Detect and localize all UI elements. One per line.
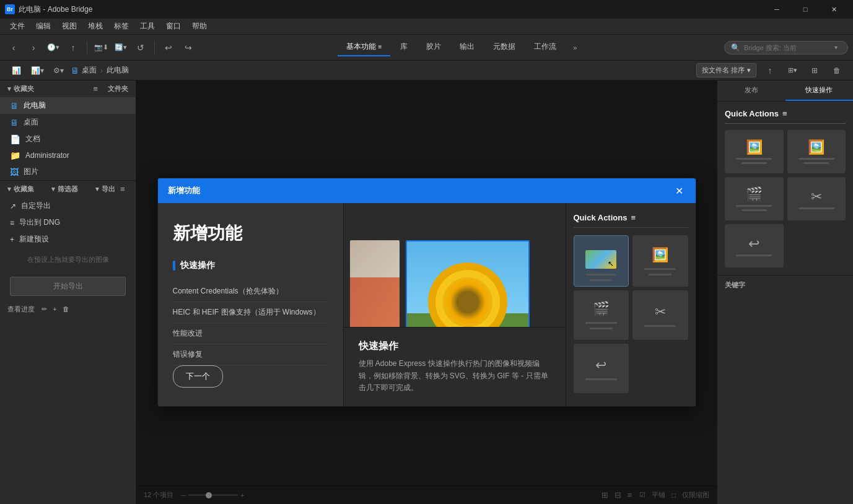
quick-actions-menu-icon[interactable]: ≡ <box>782 109 787 118</box>
refine-button[interactable]: 🔄▾ <box>112 39 129 56</box>
dialog-close-button[interactable]: ✕ <box>673 185 686 197</box>
rotate-ccw-button[interactable]: ↺ <box>132 39 149 56</box>
dialog-qa-item-2[interactable]: 🖼️ <box>632 235 688 287</box>
qa-item-2[interactable]: 🖼️ <box>787 130 846 173</box>
nav-back-button[interactable]: ‹ <box>5 39 22 56</box>
sidebar-administrator-label: Administrator <box>25 151 69 160</box>
tab-metadata[interactable]: 元数据 <box>484 38 524 56</box>
progress-icon2[interactable]: + <box>53 305 56 313</box>
filter-button[interactable]: ⚙▾ <box>50 62 67 79</box>
feature-content-credentials[interactable]: Content Credentials（抢先体验） <box>173 281 328 302</box>
more-tabs-button[interactable]: » <box>566 39 584 56</box>
sidebar-export-dng[interactable]: ≡ 导出到 DNG <box>0 214 136 231</box>
qa-icon-4: ✂ <box>811 189 822 205</box>
collections-label: 收藏集 <box>14 185 34 194</box>
sort-filter-button[interactable]: 📊▾ <box>28 62 46 79</box>
start-export-label: 开始导出 <box>53 282 83 290</box>
sidebar-desktop-label: 桌面 <box>24 117 38 128</box>
feature-performance[interactable]: 性能改进 <box>173 323 328 344</box>
sidebar-custom-export[interactable]: ↗ 自定导出 <box>0 198 136 214</box>
tab-workflow[interactable]: 工作流 <box>525 38 565 56</box>
delete-button[interactable]: 🗑 <box>828 62 846 79</box>
qa-item-3[interactable]: 🎬 <box>725 177 784 220</box>
menu-help[interactable]: 帮助 <box>187 19 212 33</box>
nav-tabs: 基本功能 ≡ 库 胶片 输出 元数据 工作流 » <box>199 38 722 56</box>
sort-type-button[interactable]: 📊 <box>7 62 25 79</box>
sidebar-favorites-header[interactable]: ▾ 收藏夹 ≡ 文件夹 <box>0 80 136 97</box>
dialog-qa-item-featured[interactable]: ↖ <box>574 235 629 287</box>
start-export-button[interactable]: 开始导出 <box>10 277 126 296</box>
menu-tools[interactable]: 工具 <box>135 19 160 33</box>
dialog-qa-item-scissors[interactable]: ✂ <box>632 290 688 340</box>
dialog-qa-item-rotate[interactable]: ↩ <box>574 344 629 393</box>
menu-edit[interactable]: 编辑 <box>31 19 56 33</box>
sidebar-new-preset[interactable]: + 新建预设 <box>0 231 136 248</box>
dialog-qa-title-label: Quick Actions <box>574 213 628 222</box>
sort-asc-button[interactable]: ↑ <box>761 62 779 79</box>
grid-view-button[interactable]: ⊞ <box>806 62 823 79</box>
feature-bugfix[interactable]: 错误修复 <box>173 344 328 365</box>
menu-labels[interactable]: 标签 <box>109 19 134 33</box>
path-bar: 📊 📊▾ ⚙▾ 🖥 桌面 › 此电脑 按文件名 排序 ▾ ↑ ⊞▾ ⊞ 🗑 <box>0 61 853 80</box>
nav-up-button[interactable]: ↑ <box>64 39 82 56</box>
sort-by-button[interactable]: 按文件名 排序 ▾ <box>696 63 756 77</box>
sidebar-folders-label: 文件夹 <box>108 84 128 93</box>
sidebar-item-desktop[interactable]: 🖥 桌面 <box>0 114 136 131</box>
dialog-next-button[interactable]: 下一个 <box>173 365 223 388</box>
progress-icon1[interactable]: ✏ <box>42 305 47 313</box>
dialog-qa-item-3[interactable]: 🎬 <box>574 290 629 340</box>
export-menu-icon[interactable]: ≡ <box>120 185 125 194</box>
qa-item-1[interactable]: 🖼️ <box>725 130 784 173</box>
sidebar-favorites-menu-icon[interactable]: ≡ <box>93 84 98 93</box>
maximize-button[interactable]: □ <box>791 0 820 19</box>
search-input[interactable] <box>744 44 831 51</box>
tab-library[interactable]: 库 <box>392 38 416 56</box>
menu-file[interactable]: 文件 <box>5 19 30 33</box>
filters-label: 筛选器 <box>58 185 78 194</box>
minimize-button[interactable]: ─ <box>763 0 791 19</box>
qa-item-4[interactable]: ✂ <box>787 177 846 220</box>
sidebar-export-header[interactable]: ▾ 导出 ≡ <box>88 181 133 198</box>
progress-area: 查看进度 ✏ + 🗑 <box>0 301 136 318</box>
menu-stacks[interactable]: 堆栈 <box>83 19 108 33</box>
path-computer-label: 此电脑 <box>107 65 129 76</box>
qa-item-5[interactable]: ↩ <box>725 224 784 267</box>
tab-output[interactable]: 输出 <box>451 38 483 56</box>
nav-forward-button[interactable]: › <box>25 39 42 56</box>
sidebar-item-computer[interactable]: 🖥 此电脑 <box>0 97 136 114</box>
nav-history-button[interactable]: 🕐▾ <box>45 39 62 56</box>
dialog-info-text: 使用 Adobe Express 快速操作执行热门的图像和视频编辑，例如移除背景… <box>359 358 551 394</box>
export-label: 导出 <box>102 185 115 194</box>
sidebar-item-documents[interactable]: 📄 文档 <box>0 131 136 147</box>
tab-publish[interactable]: 发布 <box>717 80 785 101</box>
new-features-dialog: 新增功能 ✕ 新增功能 快速操作 Content Credentials（抢先体… <box>157 178 696 407</box>
computer-icon: 🖥 <box>10 101 19 111</box>
quick-actions-title: Quick Actions ≡ <box>725 109 846 124</box>
custom-export-icon: ↗ <box>10 202 16 211</box>
sidebar-collections-header[interactable]: ▾ 收藏集 <box>0 181 42 198</box>
view-options-button[interactable]: ⊞▾ <box>784 62 801 79</box>
progress-icon3[interactable]: 🗑 <box>63 305 69 313</box>
sidebar-item-photos[interactable]: 🖼 图片 <box>0 163 136 180</box>
sidebar-filters-header[interactable]: ▾ 筛选器 <box>44 181 85 198</box>
search-dropdown-icon[interactable]: ▾ <box>834 44 838 51</box>
close-button[interactable]: ✕ <box>820 0 848 19</box>
get-photos-button[interactable]: 📷⬇ <box>92 39 110 56</box>
new-preset-icon: + <box>10 235 14 244</box>
path-desktop[interactable]: 🖥 桌面 <box>71 65 97 76</box>
path-computer[interactable]: 此电脑 <box>107 65 129 76</box>
tab-quick-actions[interactable]: 快速操作 <box>785 80 854 101</box>
menu-window[interactable]: 窗口 <box>161 19 186 33</box>
tab-filmstrip[interactable]: 胶片 <box>418 38 450 56</box>
tab-essentials[interactable]: 基本功能 ≡ <box>338 38 391 56</box>
undo-button[interactable]: ↩ <box>160 39 177 56</box>
dialog-right-panel: Quick Actions ≡ ↖ <box>344 203 696 406</box>
feature-heic-heif[interactable]: HEIC 和 HEIF 图像支持（适用于 Windows） <box>173 302 328 323</box>
menu-view[interactable]: 视图 <box>57 19 82 33</box>
redo-button[interactable]: ↪ <box>180 39 197 56</box>
tab-workflow-label: 工作流 <box>534 41 556 52</box>
dialog-quick-actions-panel: Quick Actions ≡ ↖ <box>566 203 696 406</box>
new-preset-label: 新建预设 <box>19 234 49 245</box>
sidebar-item-administrator[interactable]: 📁 Administrator <box>0 147 136 163</box>
tab-essentials-label: 基本功能 <box>346 41 376 52</box>
